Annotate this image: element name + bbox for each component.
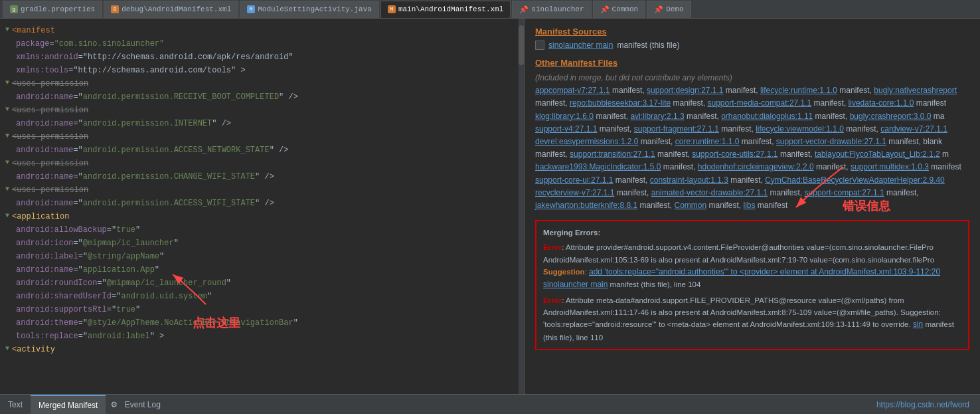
code-panel: ▼ <manifest package="com.sino.sinolaunch… [0, 19, 525, 394]
fold-arrow-app[interactable]: ▼ [5, 211, 9, 221]
module-icon: M [247, 5, 255, 13]
suggestion-keyword-1: Suggestion [543, 268, 585, 276]
code-line: tools:replace="android:label" > [0, 330, 524, 343]
code-line: ▼ <uses-permission [0, 183, 524, 197]
main-icon: M [388, 5, 396, 13]
xml-attr: android:name [16, 118, 73, 130]
gradle-icon: g [10, 5, 18, 13]
error-keyword-1: Error [543, 243, 562, 251]
manifest-suffix: manifest (this file) [617, 41, 679, 50]
code-line: android:allowBackup="true" [0, 223, 524, 237]
xml-attr: xmlns:android [16, 51, 78, 63]
xml-attr: android:icon [16, 237, 73, 249]
xml-tag-activity: <activity [12, 344, 55, 356]
xml-attr: android:allowBackup [16, 224, 107, 236]
error-arrow-svg [789, 161, 856, 214]
code-line: android:sharedUserId="android.uid.system… [0, 290, 524, 303]
code-line: android:name="android.permission.ACCESS_… [0, 197, 524, 210]
xml-attr: tools:replace [16, 330, 78, 342]
code-line: android:name="android.permission.ACCESS_… [0, 144, 524, 157]
tab-sinolauncher[interactable]: 📌 sinolauncher [512, 1, 591, 18]
tab-debug-manifest[interactable]: D debug\AndroidManifest.xml [104, 1, 238, 18]
manifest-sources-section: Manifest Sources sinolauncher main manif… [535, 27, 969, 50]
fold-arrow[interactable]: ▼ [5, 25, 9, 35]
xml-tag-app: <application [12, 211, 69, 223]
merging-errors-title: Merging Errors: [543, 227, 961, 239]
pin-icon2: 📌 [600, 5, 610, 14]
fold-arrow[interactable]: ▼ [5, 104, 9, 114]
code-line: ▼ <uses-permission [0, 157, 524, 170]
code-line: android:name="android.permission.CHANGE_… [0, 170, 524, 183]
error-2: Error: Attribute meta-data#android.suppo… [543, 294, 961, 344]
code-line: android:theme="@style/AppTheme.NoActionB… [0, 316, 524, 330]
code-line: android:roundIcon="@mipmap/ic_launcher_r… [0, 276, 524, 290]
error-1: Error: Attribute provider#android.suppor… [543, 241, 961, 266]
xml-attr: android:name [16, 197, 73, 209]
code-line: xmlns:android="http://schemas.android.co… [0, 51, 524, 64]
code-line: ▼ <uses-permission [0, 130, 524, 144]
xml-attr: android:name [16, 91, 73, 103]
xml-attr: xmlns:tools [16, 64, 68, 76]
code-line: ▼ <uses-permission [0, 104, 524, 117]
code-line: android:supportsRtl="true" [0, 303, 524, 316]
other-manifests-links: appcompat-v7:27.1.1 manifest, support:de… [535, 86, 961, 210]
tab-module-setting[interactable]: M ModuleSettingActivity.java [240, 1, 379, 18]
code-line: android:name=" application.App" [0, 263, 524, 276]
xml-attr: android:name [16, 144, 73, 156]
fold-arrow[interactable]: ▼ [5, 78, 9, 88]
manifest-checkbox[interactable] [535, 41, 544, 50]
tab-demo[interactable]: 📌 Demo [647, 1, 691, 18]
code-line: xmlns:tools="http://schemas.android.com/… [0, 64, 524, 77]
bottom-tab-text[interactable]: Text [0, 395, 31, 414]
gear-icon[interactable]: ⚙ [111, 399, 116, 410]
fold-arrow-activity[interactable]: ▼ [5, 344, 9, 354]
tab-main-manifest[interactable]: M main\AndroidManifest.xml [380, 1, 511, 18]
fold-arrow[interactable]: ▼ [5, 184, 9, 194]
other-manifests-section: Other Manifest Files (Included in merge,… [535, 58, 969, 212]
tab-bar: g gradle.properties D debug\AndroidManif… [0, 0, 980, 19]
xml-tag-perm2: <uses-permission [12, 104, 88, 116]
click-arrow-svg [166, 271, 246, 311]
code-line: android:name="android.permission.INTERNE… [0, 117, 524, 130]
error-info-annotation: 错误信息 [843, 198, 890, 214]
sinolauncher-main-link[interactable]: sinolauncher main [548, 41, 613, 50]
code-line: android:label="@string/appName" [0, 250, 524, 263]
merging-errors-box: Merging Errors: Error: Attribute provide… [535, 220, 969, 350]
manifest-sources-title: Manifest Sources [535, 27, 969, 37]
xml-attr: android:sharedUserId [16, 290, 112, 302]
fold-arrow[interactable]: ▼ [5, 131, 9, 141]
xml-attr: android:supportsRtl [16, 304, 107, 316]
xml-attr: android:roundIcon [16, 277, 97, 289]
xml-attr: android:label [16, 251, 78, 262]
code-line: package="com.sino.sinolauncher" [0, 37, 524, 51]
manifest-source-item: sinolauncher main manifest (this file) [535, 41, 969, 50]
fold-arrow[interactable]: ▼ [5, 157, 9, 167]
other-manifests-title: Other Manifest Files [535, 58, 969, 68]
xml-attr: android:name [16, 264, 73, 276]
pin-icon3: 📌 [654, 5, 663, 14]
code-line: ▼ <application [0, 210, 524, 223]
xml-tag-perm1: <uses-permission [12, 78, 88, 90]
click-annotation-text: 点击这里 [193, 316, 240, 330]
event-log-label[interactable]: Event Log [125, 400, 161, 409]
xml-attr: package [16, 38, 49, 50]
suggestion-1: Suggestion: add 'tools:replace="android:… [543, 266, 961, 291]
code-line: android:icon="@mipmap/ic_launcher" [0, 237, 524, 250]
xml-attr: android:theme [16, 317, 78, 329]
bottom-tab-merged[interactable]: Merged Manifest [31, 395, 106, 414]
other-manifests-content: (Included in merge, but did not contribu… [535, 72, 969, 212]
debug-icon: D [111, 5, 119, 13]
error-keyword-2: Error [543, 296, 562, 304]
tab-common[interactable]: 📌 Common [593, 1, 646, 18]
code-line: ▼ <manifest [0, 24, 524, 37]
code-line: ▼ <activity [0, 343, 524, 356]
xml-tag-perm4: <uses-permission [12, 157, 88, 169]
xml-attr: android:name [16, 171, 73, 183]
xml-tag-perm5: <uses-permission [12, 184, 88, 196]
main-content: ▼ <manifest package="com.sino.sinolaunch… [0, 19, 980, 394]
tab-gradle[interactable]: g gradle.properties [3, 1, 102, 18]
code-line: android:name="android.permission.RECEIVE… [0, 90, 524, 104]
xml-tag-perm3: <uses-permission [12, 131, 88, 143]
pin-icon: 📌 [519, 5, 529, 14]
bottom-bar: Text Merged Manifest ⚙ Event Log https:/… [0, 394, 980, 414]
